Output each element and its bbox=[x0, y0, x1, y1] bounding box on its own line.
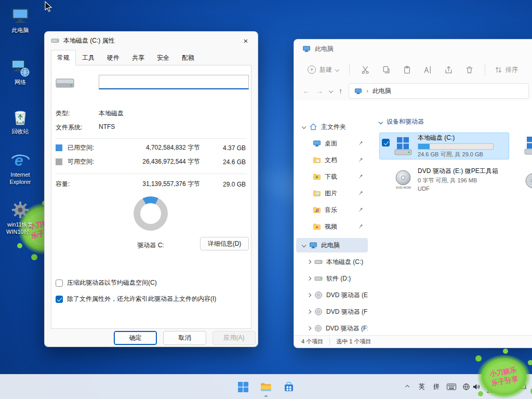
details-button[interactable]: 详细信息(D) bbox=[200, 237, 249, 250]
chevron-right-icon[interactable] bbox=[307, 310, 311, 314]
delete-button[interactable] bbox=[459, 61, 480, 78]
capacity-bytes: 31,139,557,376 字节 bbox=[108, 180, 200, 189]
desktop-icon-this-pc[interactable]: 此电脑 bbox=[0, 5, 41, 34]
sidebar-item-label: 软件 (D:) bbox=[326, 274, 351, 283]
explorer-addressbar: ← → ↑ › 此电脑 bbox=[294, 81, 532, 101]
tab-tools[interactable]: 工具 bbox=[76, 50, 101, 65]
taskbar: 英 拼 14:55 2022/8/12 bbox=[0, 374, 532, 399]
taskbar-file-explorer-button[interactable] bbox=[256, 377, 276, 397]
desktop-icon-win11-restore[interactable]: win11恢复WIN10经... bbox=[0, 200, 41, 236]
sidebar-item-label: 桌面 bbox=[325, 139, 337, 148]
sidebar-item-pictures[interactable]: 图片 bbox=[296, 186, 368, 201]
taskbar-store-button[interactable] bbox=[278, 377, 299, 397]
checkbox-label: 除了文件属性外，还允许索引此驱动器上文件的内容(I) bbox=[67, 295, 216, 303]
pin-icon bbox=[357, 190, 364, 196]
start-button[interactable] bbox=[233, 377, 254, 397]
rename-icon bbox=[423, 65, 432, 74]
chevron-down-icon bbox=[335, 68, 339, 72]
desktop-icon-label: Internet Explorer bbox=[0, 171, 41, 186]
sidebar-item-downloads[interactable]: 下载 bbox=[296, 169, 368, 184]
desktop-icon-network[interactable]: 网络 bbox=[0, 57, 41, 86]
tab-quota[interactable]: 配额 bbox=[176, 50, 201, 65]
close-icon[interactable]: × bbox=[234, 32, 258, 49]
this-pc-icon bbox=[354, 87, 362, 95]
section-header-label: 设备和驱动器 bbox=[387, 117, 424, 126]
sidebar-item-label: 图片 bbox=[325, 189, 337, 198]
history-chevron-icon[interactable] bbox=[329, 89, 333, 93]
chevron-right-icon[interactable] bbox=[307, 260, 311, 264]
breadcrumb[interactable]: › 此电脑 bbox=[349, 83, 529, 99]
dialog-titlebar[interactable]: 本地磁盘 (C:) 属性 × bbox=[45, 32, 258, 49]
recycle-bin-icon bbox=[10, 107, 31, 127]
tray-chevron-up[interactable] bbox=[401, 377, 414, 397]
toolbar-divider bbox=[485, 64, 485, 75]
share-button[interactable] bbox=[438, 61, 459, 78]
tile-partial[interactable] bbox=[523, 135, 532, 158]
donut-hole bbox=[140, 203, 161, 224]
documents-folder-icon bbox=[313, 156, 321, 164]
forward-button[interactable]: → bbox=[316, 87, 323, 95]
rename-button[interactable] bbox=[417, 61, 438, 78]
field-label: 文件系统: bbox=[56, 123, 99, 132]
tab-security[interactable]: 安全 bbox=[151, 50, 176, 65]
ime-language-english[interactable]: 英 bbox=[415, 377, 429, 397]
explorer-body: 主文件夹 桌面 文档 下载 图片 bbox=[294, 101, 532, 335]
chevron-down-icon[interactable] bbox=[302, 125, 306, 129]
index-checkbox-row[interactable]: 除了文件属性外，还允许索引此驱动器上文件的内容(I) bbox=[56, 295, 216, 303]
apply-button[interactable]: 应用(A) bbox=[212, 331, 256, 345]
file-explorer-icon bbox=[260, 381, 272, 393]
desktop-folder-icon bbox=[313, 139, 321, 148]
drive-icon bbox=[314, 274, 323, 283]
tab-sharing[interactable]: 共享 bbox=[126, 50, 151, 65]
ok-button[interactable]: 确定 bbox=[114, 331, 157, 345]
index-checkbox[interactable] bbox=[56, 296, 63, 303]
chevron-right-icon[interactable] bbox=[307, 326, 311, 330]
free-size: 24.6 GB bbox=[200, 158, 246, 166]
sidebar-item-dvd-f[interactable]: DVD 驱动器 (F bbox=[296, 304, 368, 319]
running-indicator bbox=[264, 395, 268, 397]
desktop-icon-internet-explorer[interactable]: e Internet Explorer bbox=[0, 150, 41, 186]
sidebar-item-dvd-e[interactable]: DVD 驱动器 (E bbox=[296, 288, 368, 302]
tile-text: 本地磁盘 (C:) 24.6 GB 可用, 共 29.0 GB bbox=[418, 134, 494, 158]
tile-partial[interactable] bbox=[523, 171, 532, 194]
sidebar-item-videos[interactable]: 视频 bbox=[296, 219, 368, 234]
explorer-sidebar: 主文件夹 桌面 文档 下载 图片 bbox=[294, 101, 370, 335]
tab-hardware[interactable]: 硬件 bbox=[101, 50, 126, 65]
sidebar-item-dvd-partial[interactable]: DVD 驱动器 (F:) bbox=[296, 321, 368, 335]
sidebar-item-this-pc[interactable]: 此电脑 bbox=[296, 238, 368, 252]
copy-button[interactable] bbox=[376, 61, 396, 78]
explorer-titlebar[interactable]: 此电脑 bbox=[294, 39, 532, 58]
sidebar-item-label: 下载 bbox=[325, 172, 337, 181]
sort-button[interactable]: 排序 bbox=[490, 62, 522, 77]
sidebar-item-desktop[interactable]: 桌面 bbox=[296, 136, 368, 151]
chevron-right-icon[interactable] bbox=[307, 293, 311, 297]
up-button[interactable]: ↑ bbox=[339, 87, 342, 95]
drive-tile-c[interactable]: 本地磁盘 (C:) 24.6 GB 可用, 共 29.0 GB bbox=[379, 132, 509, 159]
sidebar-item-label: DVD 驱动器 (E bbox=[326, 291, 368, 300]
sidebar-item-home[interactable]: 主文件夹 bbox=[296, 119, 368, 134]
dvd-tile-e[interactable]: DVD-ROM DVD 驱动器 (E:) 微PE工具箱 0 字节 可用, 共 1… bbox=[379, 166, 509, 193]
chevron-down-icon[interactable] bbox=[302, 243, 306, 247]
sidebar-item-drive-c[interactable]: 本地磁盘 (C:) bbox=[296, 255, 368, 269]
sidebar-item-drive-d[interactable]: 软件 (D:) bbox=[296, 271, 368, 286]
paste-button[interactable] bbox=[396, 61, 417, 78]
volume-label-input[interactable] bbox=[99, 75, 249, 89]
touch-keyboard-button[interactable] bbox=[444, 377, 459, 397]
compress-checkbox-row[interactable]: 压缩此驱动器以节约磁盘空间(C) bbox=[56, 278, 157, 287]
status-divider bbox=[329, 338, 330, 345]
section-header-devices[interactable]: 设备和驱动器 bbox=[379, 117, 532, 126]
cut-button[interactable] bbox=[355, 61, 376, 78]
sidebar-item-music[interactable]: 音乐 bbox=[296, 203, 368, 217]
tab-general[interactable]: 常规 bbox=[51, 50, 76, 65]
ime-mode-pinyin[interactable]: 拼 bbox=[430, 377, 443, 397]
back-button[interactable]: ← bbox=[302, 87, 310, 95]
cancel-button[interactable]: 取消 bbox=[163, 331, 206, 345]
pin-icon bbox=[357, 207, 364, 213]
new-button[interactable]: + 新建 bbox=[302, 62, 344, 77]
chevron-right-icon[interactable] bbox=[307, 276, 311, 281]
selection-checkbox[interactable] bbox=[382, 139, 390, 147]
desktop-icon-recycle-bin[interactable]: 回收站 bbox=[0, 107, 41, 136]
sidebar-item-documents[interactable]: 文档 bbox=[296, 153, 368, 167]
pin-icon bbox=[357, 157, 364, 163]
compress-checkbox[interactable] bbox=[56, 280, 63, 287]
